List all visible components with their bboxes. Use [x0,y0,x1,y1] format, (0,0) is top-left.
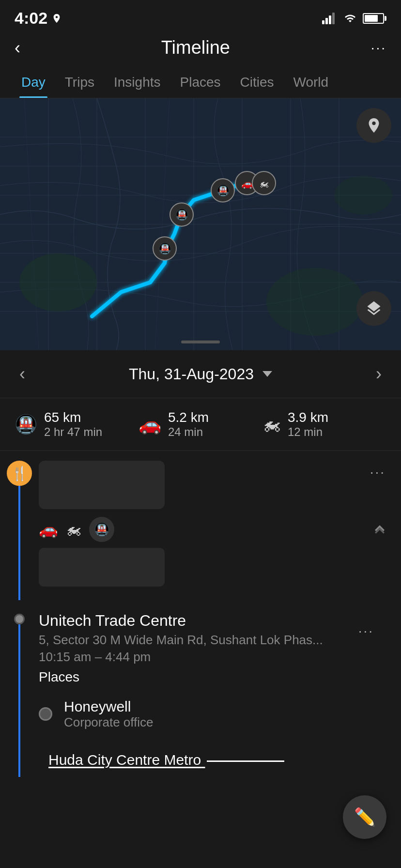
place-address: 5, Sector 30 M Wide Main Rd, Sushant Lok… [39,633,323,648]
svg-point-23 [334,176,392,215]
metro-mode-icon: 🚇 [94,522,109,537]
svg-text:🚇: 🚇 [175,208,189,221]
date-navigation: ‹ Thu, 31-Aug-2023 › [0,350,401,398]
metro-duration: 2 hr 47 min [44,425,102,439]
tab-day[interactable]: Day [12,68,55,98]
stat-car: 🚗 5.2 km 24 min [139,410,262,439]
svg-point-21 [19,253,97,311]
metro-stat-icon: 🚇 [15,414,37,435]
place-vert-line [18,624,20,690]
car-distance: 5.2 km [168,410,209,425]
svg-rect-2 [329,16,331,24]
place-category: Places [39,669,323,685]
place-time: 10:15 am – 4:44 pm [39,650,323,665]
underline-bar [207,760,284,762]
bottom-vert-line [18,738,20,777]
date-dropdown-icon [262,371,272,377]
trip-more-button[interactable]: ··· [366,461,389,484]
svg-text:🚇: 🚇 [158,242,172,255]
moto-mode-icon: 🏍 [66,521,81,539]
timeline-subplace-item: Honeywell Corporate office [0,690,401,738]
layers-icon [365,300,383,317]
more-options-button[interactable]: ··· [371,40,386,56]
stat-metro: 🚇 65 km 2 hr 47 min [15,410,139,439]
trip-modes-row: 🚗 🏍 🚇 [39,517,389,542]
date-display[interactable]: Thu, 31-Aug-2023 [129,365,272,383]
map-location-button[interactable] [356,108,391,143]
stat-moto: 🏍 3.9 km 12 min [262,410,386,439]
subplace-line-col [0,690,39,738]
status-bar: 4:02 [0,0,401,32]
map-svg: 🚇 🚇 🚇 🚗 🏍 [0,98,401,350]
battery-indicator [363,13,386,24]
svg-rect-0 [322,20,324,24]
next-date-button[interactable]: › [376,364,382,384]
bottom-place-name: Huda City Centre Metro [48,752,284,768]
tab-insights[interactable]: Insights [104,68,170,98]
moto-duration: 12 min [288,425,328,439]
timeline-trip-item: 🍴 ··· 🚗 🏍 🚇 [0,451,401,600]
trip-card: ··· 🚗 🏍 🚇 [39,461,389,600]
svg-rect-1 [325,18,328,24]
place-name: Unitech Trade Centre [39,612,323,630]
tab-bar: Day Trips Insights Places Cities World [0,68,401,98]
place-content: Unitech Trade Centre 5, Sector 30 M Wide… [39,600,389,690]
subplace-vert-line [18,690,20,738]
tab-world[interactable]: World [284,68,339,98]
place-more-button[interactable]: ··· [355,612,378,643]
expand-button[interactable] [370,519,389,540]
status-icons [322,13,386,24]
timeline-line-col: 🍴 [0,451,39,600]
svg-text:🏍: 🏍 [259,178,269,189]
back-button[interactable]: ‹ [15,38,20,58]
timeline-place-item: Unitech Trade Centre 5, Sector 30 M Wide… [0,600,401,690]
svg-text:🚗: 🚗 [241,178,253,189]
edit-fab-icon: ✏️ [354,807,376,827]
subplace-name: Honeywell [64,698,154,715]
trip-thumbnail [39,461,165,509]
status-time: 4:02 [15,9,62,28]
map-view[interactable]: 🚇 🚇 🚇 🚗 🏍 [0,98,401,350]
time-display: 4:02 [15,9,47,28]
moto-stat-icon: 🏍 [262,414,281,435]
header: ‹ Timeline ··· [0,32,401,68]
timeline-vertical-line [18,486,20,600]
car-duration: 24 min [168,425,209,439]
trip-second-thumbnail [39,548,165,587]
car-mode-icon: 🚗 [39,520,58,539]
moto-distance: 3.9 km [288,410,328,425]
expand-arrows-icon [370,519,389,538]
car-stat-icon: 🚗 [139,414,161,435]
subplace-dot [39,707,52,721]
svg-rect-3 [332,13,335,24]
signal-icon [322,13,338,24]
page-title: Timeline [161,37,230,58]
svg-text:🚇: 🚇 [216,184,230,197]
bottom-place-content: Huda City Centre Metro [39,738,296,777]
prev-date-button[interactable]: ‹ [19,364,25,384]
metro-distance: 65 km [44,410,102,425]
travel-stats-row: 🚇 65 km 2 hr 47 min 🚗 5.2 km 24 min 🏍 3.… [0,398,401,451]
timeline-place-line-col [0,600,39,690]
subplace-desc: Corporate office [64,715,154,730]
map-drag-handle[interactable] [181,341,220,343]
svg-point-22 [266,268,363,336]
bottom-line-col [0,738,39,777]
tab-trips[interactable]: Trips [55,68,104,98]
place-dot [14,614,25,624]
tab-places[interactable]: Places [170,68,230,98]
location-pin-icon [365,117,383,134]
edit-fab-button[interactable]: ✏️ [343,795,386,839]
wifi-icon [342,13,358,24]
location-active-icon [51,13,62,24]
restaurant-icon: 🍴 [11,465,28,481]
timeline: 🍴 ··· 🚗 🏍 🚇 [0,451,401,796]
sub-place-content: Honeywell Corporate office [39,690,165,738]
metro-mode-circle: 🚇 [89,517,114,542]
trip-start-dot: 🍴 [7,461,32,486]
timeline-bottom-place: Huda City Centre Metro [0,738,401,777]
map-layers-button[interactable] [356,291,391,326]
tab-cities[interactable]: Cities [231,68,284,98]
